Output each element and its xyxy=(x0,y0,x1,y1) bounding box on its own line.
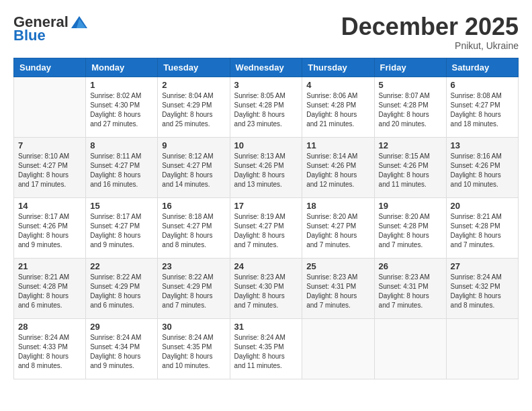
day-number: 30 xyxy=(162,322,225,332)
day-number: 27 xyxy=(451,261,514,271)
day-number: 28 xyxy=(18,322,81,332)
day-number: 7 xyxy=(18,140,81,150)
day-number: 5 xyxy=(379,80,442,90)
calendar-table: SundayMondayTuesdayWednesdayThursdayFrid… xyxy=(13,58,519,379)
day-info: Sunrise: 8:17 AM Sunset: 4:27 PM Dayligh… xyxy=(90,212,153,250)
day-info: Sunrise: 8:02 AM Sunset: 4:30 PM Dayligh… xyxy=(90,91,153,129)
day-number: 15 xyxy=(90,201,153,211)
calendar-day-cell: 5Sunrise: 8:07 AM Sunset: 4:28 PM Daylig… xyxy=(374,77,446,137)
calendar-week-row: 21Sunrise: 8:21 AM Sunset: 4:28 PM Dayli… xyxy=(14,258,519,318)
calendar-day-cell: 27Sunrise: 8:24 AM Sunset: 4:32 PM Dayli… xyxy=(446,258,518,318)
day-info: Sunrise: 8:05 AM Sunset: 4:28 PM Dayligh… xyxy=(234,91,298,129)
calendar-day-cell: 12Sunrise: 8:15 AM Sunset: 4:26 PM Dayli… xyxy=(374,137,446,197)
day-number: 3 xyxy=(234,80,298,90)
logo: General Blue xyxy=(13,13,89,44)
day-number: 31 xyxy=(234,322,298,332)
calendar-day-cell: 16Sunrise: 8:18 AM Sunset: 4:27 PM Dayli… xyxy=(158,197,230,258)
day-number: 25 xyxy=(306,261,369,271)
page-header: General Blue December 2025 Pnikut, Ukrai… xyxy=(13,13,519,51)
calendar-day-cell: 2Sunrise: 8:04 AM Sunset: 4:29 PM Daylig… xyxy=(158,77,230,137)
day-info: Sunrise: 8:15 AM Sunset: 4:26 PM Dayligh… xyxy=(379,152,442,189)
day-info: Sunrise: 8:12 AM Sunset: 4:27 PM Dayligh… xyxy=(162,152,225,189)
day-number: 4 xyxy=(306,80,369,90)
day-info: Sunrise: 8:18 AM Sunset: 4:27 PM Dayligh… xyxy=(162,212,225,250)
day-number: 11 xyxy=(306,140,369,150)
day-number: 29 xyxy=(90,322,153,332)
calendar-day-cell xyxy=(374,318,446,379)
calendar-day-cell: 7Sunrise: 8:10 AM Sunset: 4:27 PM Daylig… xyxy=(14,137,86,197)
calendar-day-header: Sunday xyxy=(14,58,86,77)
location-subtitle: Pnikut, Ukraine xyxy=(341,40,519,51)
calendar-week-row: 28Sunrise: 8:24 AM Sunset: 4:33 PM Dayli… xyxy=(14,318,519,379)
day-number: 24 xyxy=(234,261,298,271)
calendar-day-cell: 22Sunrise: 8:22 AM Sunset: 4:29 PM Dayli… xyxy=(86,258,158,318)
day-info: Sunrise: 8:21 AM Sunset: 4:28 PM Dayligh… xyxy=(451,212,514,250)
calendar-day-header: Wednesday xyxy=(230,58,302,77)
day-number: 9 xyxy=(162,140,225,150)
day-number: 8 xyxy=(90,140,153,150)
day-number: 22 xyxy=(90,261,153,271)
calendar-day-cell: 24Sunrise: 8:23 AM Sunset: 4:30 PM Dayli… xyxy=(230,258,302,318)
calendar-day-cell: 18Sunrise: 8:20 AM Sunset: 4:27 PM Dayli… xyxy=(302,197,374,258)
day-info: Sunrise: 8:22 AM Sunset: 4:29 PM Dayligh… xyxy=(162,273,225,310)
calendar-day-cell: 25Sunrise: 8:23 AM Sunset: 4:31 PM Dayli… xyxy=(302,258,374,318)
calendar-day-cell: 15Sunrise: 8:17 AM Sunset: 4:27 PM Dayli… xyxy=(86,197,158,258)
day-info: Sunrise: 8:24 AM Sunset: 4:35 PM Dayligh… xyxy=(162,333,225,371)
calendar-day-cell: 13Sunrise: 8:16 AM Sunset: 4:26 PM Dayli… xyxy=(446,137,518,197)
calendar-day-cell: 19Sunrise: 8:20 AM Sunset: 4:28 PM Dayli… xyxy=(374,197,446,258)
calendar-day-cell xyxy=(302,318,374,379)
calendar-day-header: Monday xyxy=(86,58,158,77)
day-info: Sunrise: 8:23 AM Sunset: 4:31 PM Dayligh… xyxy=(306,273,369,310)
calendar-day-cell: 6Sunrise: 8:08 AM Sunset: 4:27 PM Daylig… xyxy=(446,77,518,137)
day-info: Sunrise: 8:16 AM Sunset: 4:26 PM Dayligh… xyxy=(451,152,514,189)
calendar-day-header: Tuesday xyxy=(158,58,230,77)
day-number: 1 xyxy=(90,80,153,90)
calendar-day-header: Friday xyxy=(374,58,446,77)
calendar-day-cell: 20Sunrise: 8:21 AM Sunset: 4:28 PM Dayli… xyxy=(446,197,518,258)
day-number: 12 xyxy=(379,140,442,150)
calendar-day-cell: 10Sunrise: 8:13 AM Sunset: 4:26 PM Dayli… xyxy=(230,137,302,197)
calendar-day-cell: 4Sunrise: 8:06 AM Sunset: 4:28 PM Daylig… xyxy=(302,77,374,137)
calendar-day-cell xyxy=(14,77,86,137)
calendar-day-cell: 28Sunrise: 8:24 AM Sunset: 4:33 PM Dayli… xyxy=(14,318,86,379)
day-number: 21 xyxy=(18,261,81,271)
calendar-day-cell: 29Sunrise: 8:24 AM Sunset: 4:34 PM Dayli… xyxy=(86,318,158,379)
day-info: Sunrise: 8:24 AM Sunset: 4:34 PM Dayligh… xyxy=(90,333,153,371)
logo-icon xyxy=(70,15,89,30)
calendar-day-cell: 17Sunrise: 8:19 AM Sunset: 4:27 PM Dayli… xyxy=(230,197,302,258)
calendar-day-cell: 21Sunrise: 8:21 AM Sunset: 4:28 PM Dayli… xyxy=(14,258,86,318)
title-section: December 2025 Pnikut, Ukraine xyxy=(341,13,519,51)
calendar-week-row: 14Sunrise: 8:17 AM Sunset: 4:26 PM Dayli… xyxy=(14,197,519,258)
month-year-title: December 2025 xyxy=(341,13,519,40)
calendar-day-cell: 11Sunrise: 8:14 AM Sunset: 4:26 PM Dayli… xyxy=(302,137,374,197)
day-info: Sunrise: 8:08 AM Sunset: 4:27 PM Dayligh… xyxy=(451,91,514,129)
day-info: Sunrise: 8:07 AM Sunset: 4:28 PM Dayligh… xyxy=(379,91,442,129)
day-info: Sunrise: 8:23 AM Sunset: 4:31 PM Dayligh… xyxy=(379,273,442,310)
day-number: 13 xyxy=(451,140,514,150)
day-info: Sunrise: 8:23 AM Sunset: 4:30 PM Dayligh… xyxy=(234,273,298,310)
day-number: 26 xyxy=(379,261,442,271)
calendar-day-header: Saturday xyxy=(446,58,518,77)
day-info: Sunrise: 8:20 AM Sunset: 4:28 PM Dayligh… xyxy=(379,212,442,250)
day-info: Sunrise: 8:24 AM Sunset: 4:32 PM Dayligh… xyxy=(451,273,514,310)
calendar-week-row: 1Sunrise: 8:02 AM Sunset: 4:30 PM Daylig… xyxy=(14,77,519,137)
day-number: 20 xyxy=(451,201,514,211)
calendar-day-cell: 30Sunrise: 8:24 AM Sunset: 4:35 PM Dayli… xyxy=(158,318,230,379)
day-info: Sunrise: 8:04 AM Sunset: 4:29 PM Dayligh… xyxy=(162,91,225,129)
day-info: Sunrise: 8:14 AM Sunset: 4:26 PM Dayligh… xyxy=(306,152,369,189)
day-info: Sunrise: 8:10 AM Sunset: 4:27 PM Dayligh… xyxy=(18,152,81,189)
calendar-day-cell: 8Sunrise: 8:11 AM Sunset: 4:27 PM Daylig… xyxy=(86,137,158,197)
day-number: 6 xyxy=(451,80,514,90)
calendar-day-cell: 23Sunrise: 8:22 AM Sunset: 4:29 PM Dayli… xyxy=(158,258,230,318)
day-number: 10 xyxy=(234,140,298,150)
day-number: 2 xyxy=(162,80,225,90)
day-info: Sunrise: 8:24 AM Sunset: 4:35 PM Dayligh… xyxy=(234,333,298,371)
calendar-day-cell: 1Sunrise: 8:02 AM Sunset: 4:30 PM Daylig… xyxy=(86,77,158,137)
logo-blue-text: Blue xyxy=(13,27,46,44)
day-number: 19 xyxy=(379,201,442,211)
day-number: 17 xyxy=(234,201,298,211)
day-info: Sunrise: 8:24 AM Sunset: 4:33 PM Dayligh… xyxy=(18,333,81,371)
calendar-day-cell xyxy=(446,318,518,379)
calendar-week-row: 7Sunrise: 8:10 AM Sunset: 4:27 PM Daylig… xyxy=(14,137,519,197)
calendar-day-header: Thursday xyxy=(302,58,374,77)
